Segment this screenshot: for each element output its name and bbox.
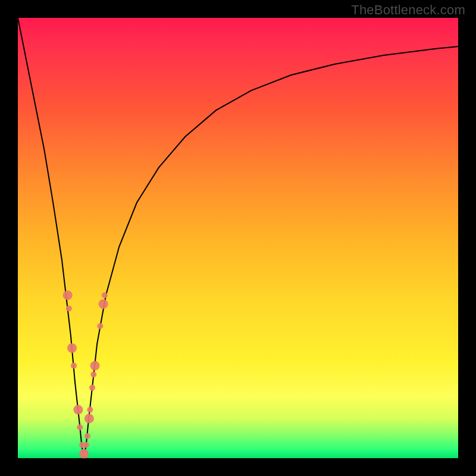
watermark-text: TheBottleneck.com <box>351 2 465 18</box>
scatter-points <box>63 290 108 458</box>
scatter-point <box>87 407 93 413</box>
scatter-point <box>83 442 89 448</box>
chart-frame: TheBottleneck.com <box>0 0 476 476</box>
scatter-point <box>66 305 72 311</box>
scatter-point <box>99 299 108 309</box>
scatter-point <box>77 424 83 430</box>
scatter-point <box>90 371 96 377</box>
scatter-point <box>84 433 90 439</box>
plot-area <box>18 18 458 458</box>
scatter-point <box>73 405 83 415</box>
scatter-point <box>82 451 88 457</box>
scatter-point <box>90 361 100 371</box>
chart-svg <box>18 18 458 458</box>
scatter-point <box>97 323 103 329</box>
scatter-point <box>89 385 95 391</box>
scatter-point <box>84 414 94 423</box>
scatter-point <box>102 292 108 298</box>
bottleneck-curve <box>18 18 458 458</box>
scatter-point <box>71 363 77 369</box>
scatter-point <box>67 343 77 353</box>
scatter-point <box>63 290 73 300</box>
